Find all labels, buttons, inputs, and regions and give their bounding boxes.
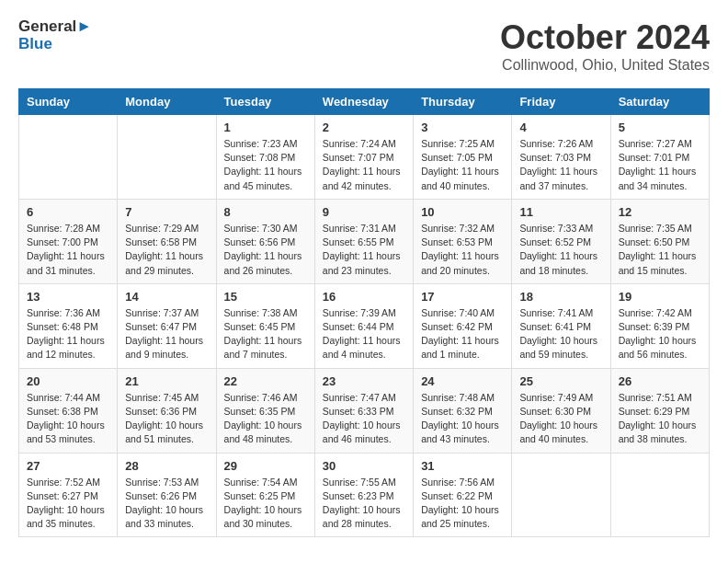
header-thursday: Thursday [414,89,512,115]
day-number: 13 [27,290,109,304]
cell-w5-d2: 28Sunrise: 7:53 AM Sunset: 6:26 PM Dayli… [118,453,216,537]
day-number: 21 [125,374,208,388]
header-saturday: Saturday [610,89,709,115]
day-info: Sunrise: 7:39 AM Sunset: 6:44 PM Dayligh… [323,306,405,362]
day-number: 27 [27,459,109,473]
cell-w4-d6: 25Sunrise: 7:49 AM Sunset: 6:30 PM Dayli… [512,368,610,453]
week-row-1: 1Sunrise: 7:23 AM Sunset: 7:08 PM Daylig… [19,115,710,200]
day-number: 15 [224,290,307,304]
cell-w2-d1: 6Sunrise: 7:28 AM Sunset: 7:00 PM Daylig… [19,199,118,283]
day-number: 9 [323,205,405,219]
day-number: 24 [421,374,504,388]
day-number: 11 [519,205,602,219]
cell-w5-d5: 31Sunrise: 7:56 AM Sunset: 6:22 PM Dayli… [414,453,512,537]
day-info: Sunrise: 7:45 AM Sunset: 6:36 PM Dayligh… [125,391,208,447]
week-row-5: 27Sunrise: 7:52 AM Sunset: 6:27 PM Dayli… [19,453,710,537]
day-number: 1 [224,121,307,134]
header-tuesday: Tuesday [216,89,314,115]
location: Collinwood, Ohio, United States [500,57,710,74]
header-wednesday: Wednesday [314,89,413,115]
cell-w2-d2: 7Sunrise: 7:29 AM Sunset: 6:58 PM Daylig… [118,199,216,283]
cell-w5-d3: 29Sunrise: 7:54 AM Sunset: 6:25 PM Dayli… [216,453,314,537]
cell-w4-d1: 20Sunrise: 7:44 AM Sunset: 6:38 PM Dayli… [19,368,118,453]
day-number: 31 [421,459,504,473]
day-info: Sunrise: 7:56 AM Sunset: 6:22 PM Dayligh… [421,476,504,532]
day-info: Sunrise: 7:53 AM Sunset: 6:26 PM Dayligh… [125,476,208,532]
day-info: Sunrise: 7:30 AM Sunset: 6:56 PM Dayligh… [224,222,307,278]
calendar-header: Sunday Monday Tuesday Wednesday Thursday… [19,89,710,115]
day-info: Sunrise: 7:46 AM Sunset: 6:35 PM Dayligh… [224,391,307,447]
day-number: 6 [27,205,109,219]
title-block: October 2024 Collinwood, Ohio, United St… [500,18,710,74]
cell-w5-d1: 27Sunrise: 7:52 AM Sunset: 6:27 PM Dayli… [19,453,118,537]
logo: General► Blue [18,18,92,52]
cell-w2-d6: 11Sunrise: 7:33 AM Sunset: 6:52 PM Dayli… [512,199,610,283]
cell-w1-d4: 2Sunrise: 7:24 AM Sunset: 7:07 PM Daylig… [314,115,413,200]
cell-w1-d5: 3Sunrise: 7:25 AM Sunset: 7:05 PM Daylig… [414,115,512,200]
cell-w2-d5: 10Sunrise: 7:32 AM Sunset: 6:53 PM Dayli… [414,199,512,283]
cell-w4-d5: 24Sunrise: 7:48 AM Sunset: 6:32 PM Dayli… [414,368,512,453]
cell-w3-d1: 13Sunrise: 7:36 AM Sunset: 6:48 PM Dayli… [19,283,118,368]
day-number: 30 [323,459,405,473]
day-info: Sunrise: 7:42 AM Sunset: 6:39 PM Dayligh… [619,306,701,362]
week-row-2: 6Sunrise: 7:28 AM Sunset: 7:00 PM Daylig… [19,199,710,283]
day-number: 8 [224,205,307,219]
week-row-4: 20Sunrise: 7:44 AM Sunset: 6:38 PM Dayli… [19,368,710,453]
day-number: 4 [519,121,602,134]
day-info: Sunrise: 7:38 AM Sunset: 6:45 PM Dayligh… [224,306,307,362]
day-number: 10 [421,205,504,219]
day-info: Sunrise: 7:49 AM Sunset: 6:30 PM Dayligh… [519,391,602,447]
cell-w3-d4: 16Sunrise: 7:39 AM Sunset: 6:44 PM Dayli… [314,283,413,368]
day-number: 26 [619,374,701,388]
cell-w4-d2: 21Sunrise: 7:45 AM Sunset: 6:36 PM Dayli… [118,368,216,453]
cell-w1-d2 [118,115,216,200]
cell-w4-d7: 26Sunrise: 7:51 AM Sunset: 6:29 PM Dayli… [610,368,709,453]
calendar-body: 1Sunrise: 7:23 AM Sunset: 7:08 PM Daylig… [19,115,710,537]
day-number: 12 [619,205,701,219]
day-number: 16 [323,290,405,304]
cell-w4-d4: 23Sunrise: 7:47 AM Sunset: 6:33 PM Dayli… [314,368,413,453]
cell-w3-d3: 15Sunrise: 7:38 AM Sunset: 6:45 PM Dayli… [216,283,314,368]
day-number: 3 [421,121,504,134]
month-title: October 2024 [500,18,710,57]
day-number: 22 [224,374,307,388]
day-info: Sunrise: 7:51 AM Sunset: 6:29 PM Dayligh… [619,391,701,447]
cell-w3-d2: 14Sunrise: 7:37 AM Sunset: 6:47 PM Dayli… [118,283,216,368]
cell-w1-d3: 1Sunrise: 7:23 AM Sunset: 7:08 PM Daylig… [216,115,314,200]
day-info: Sunrise: 7:52 AM Sunset: 6:27 PM Dayligh… [27,476,109,532]
day-number: 2 [323,121,405,134]
cell-w2-d7: 12Sunrise: 7:35 AM Sunset: 6:50 PM Dayli… [610,199,709,283]
day-number: 7 [125,205,208,219]
header-row: Sunday Monday Tuesday Wednesday Thursday… [19,89,710,115]
cell-w5-d4: 30Sunrise: 7:55 AM Sunset: 6:23 PM Dayli… [314,453,413,537]
day-info: Sunrise: 7:25 AM Sunset: 7:05 PM Dayligh… [421,137,504,193]
day-info: Sunrise: 7:37 AM Sunset: 6:47 PM Dayligh… [125,306,208,362]
cell-w3-d6: 18Sunrise: 7:41 AM Sunset: 6:41 PM Dayli… [512,283,610,368]
day-number: 23 [323,374,405,388]
day-number: 17 [421,290,504,304]
cell-w2-d3: 8Sunrise: 7:30 AM Sunset: 6:56 PM Daylig… [216,199,314,283]
day-info: Sunrise: 7:55 AM Sunset: 6:23 PM Dayligh… [323,476,405,532]
day-number: 19 [619,290,701,304]
day-number: 25 [519,374,602,388]
cell-w1-d1 [19,115,118,200]
day-info: Sunrise: 7:33 AM Sunset: 6:52 PM Dayligh… [519,222,602,278]
day-info: Sunrise: 7:24 AM Sunset: 7:07 PM Dayligh… [323,137,405,193]
day-info: Sunrise: 7:28 AM Sunset: 7:00 PM Dayligh… [27,222,109,278]
day-info: Sunrise: 7:31 AM Sunset: 6:55 PM Dayligh… [323,222,405,278]
cell-w3-d5: 17Sunrise: 7:40 AM Sunset: 6:42 PM Dayli… [414,283,512,368]
day-info: Sunrise: 7:54 AM Sunset: 6:25 PM Dayligh… [224,476,307,532]
header-friday: Friday [512,89,610,115]
day-info: Sunrise: 7:44 AM Sunset: 6:38 PM Dayligh… [27,391,109,447]
day-number: 18 [519,290,602,304]
day-info: Sunrise: 7:27 AM Sunset: 7:01 PM Dayligh… [619,137,701,193]
cell-w5-d6 [512,453,610,537]
header-monday: Monday [118,89,216,115]
header-sunday: Sunday [19,89,118,115]
cell-w3-d7: 19Sunrise: 7:42 AM Sunset: 6:39 PM Dayli… [610,283,709,368]
day-info: Sunrise: 7:29 AM Sunset: 6:58 PM Dayligh… [125,222,208,278]
cell-w5-d7 [610,453,709,537]
day-number: 28 [125,459,208,473]
day-number: 29 [224,459,307,473]
cell-w1-d6: 4Sunrise: 7:26 AM Sunset: 7:03 PM Daylig… [512,115,610,200]
